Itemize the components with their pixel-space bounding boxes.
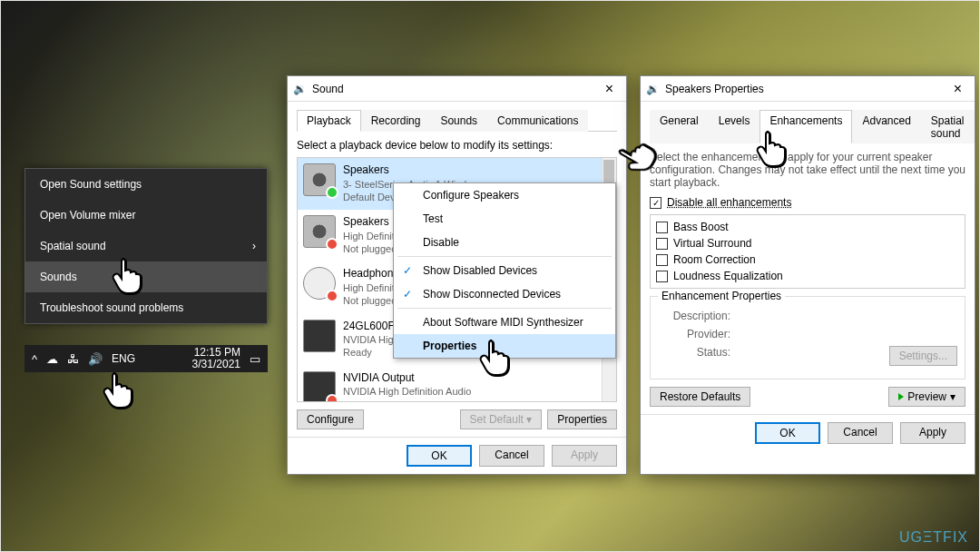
tab-communications[interactable]: Communications xyxy=(487,110,588,132)
menu-label: Troubleshoot sound problems xyxy=(40,301,183,314)
group-legend: Enhancement Properties xyxy=(658,290,785,302)
apply-button[interactable]: Apply xyxy=(552,445,617,467)
tab-playback[interactable]: Playback xyxy=(297,110,361,132)
tab-spatial-sound[interactable]: Spatial sound xyxy=(921,110,975,143)
chevron-right-icon: › xyxy=(252,240,256,252)
status-label: Status: xyxy=(658,346,730,366)
tab-levels[interactable]: Levels xyxy=(709,110,760,143)
menu-label: Sounds xyxy=(40,271,77,283)
device-status: Not plugged in xyxy=(343,399,611,402)
error-badge-icon xyxy=(326,394,338,402)
menu-item-sounds[interactable]: Sounds xyxy=(25,261,267,292)
window-title: Sound xyxy=(312,83,593,95)
titlebar: 🔉 Speakers Properties × xyxy=(641,76,975,102)
clock-date: 3/31/2021 xyxy=(192,359,240,370)
menu-item-spatial-sound[interactable]: Spatial sound› xyxy=(25,231,267,261)
enhancement-properties-group: Enhancement Properties Description: Prov… xyxy=(650,296,965,380)
watermark: UGΞTFIX xyxy=(899,529,968,546)
enh-room-correction[interactable]: Room Correction xyxy=(656,251,959,268)
speaker-icon xyxy=(303,215,336,248)
configure-button[interactable]: Configure xyxy=(297,409,364,429)
ctx-configure-speakers[interactable]: Configure Speakers xyxy=(394,183,615,207)
volume-icon[interactable]: 🔊 xyxy=(88,352,103,366)
speaker-icon: 🔉 xyxy=(646,83,660,95)
network-icon[interactable]: 🖧 xyxy=(67,352,79,366)
checkbox-icon[interactable] xyxy=(656,222,668,233)
apply-button[interactable]: Apply xyxy=(900,422,965,444)
device-name: NVIDIA Output xyxy=(343,371,611,386)
notifications-icon[interactable]: ▭ xyxy=(250,352,260,366)
cancel-button[interactable]: Cancel xyxy=(828,422,893,444)
chevron-down-icon: ▾ xyxy=(950,390,956,403)
description-label: Description: xyxy=(658,310,730,322)
speakers-properties-dialog: 🔉 Speakers Properties × General Levels E… xyxy=(640,75,975,475)
preview-button[interactable]: Preview ▾ xyxy=(888,387,965,407)
window-title: Speakers Properties xyxy=(665,83,941,95)
chevron-down-icon: ▾ xyxy=(526,413,532,426)
ctx-show-disconnected[interactable]: ✓Show Disconnected Devices xyxy=(394,282,615,306)
ctx-about-midi[interactable]: About Software MIDI Synthesizer xyxy=(394,310,615,334)
ctx-test[interactable]: Test xyxy=(394,207,615,231)
ctx-properties[interactable]: Properties xyxy=(394,334,615,358)
properties-button[interactable]: Properties xyxy=(547,409,617,429)
set-default-label: Set Default xyxy=(470,413,524,426)
device-row[interactable]: NVIDIA Output NVIDIA High Definition Aud… xyxy=(298,366,616,402)
ctx-show-disabled[interactable]: ✓Show Disabled Devices xyxy=(394,259,615,282)
headphones-icon xyxy=(303,267,336,300)
ok-button[interactable]: OK xyxy=(755,422,820,444)
menu-item-open-sound-settings[interactable]: Open Sound settings xyxy=(25,169,267,200)
speaker-icon xyxy=(303,163,336,196)
separator xyxy=(397,256,612,257)
enh-label: Bass Boost xyxy=(673,221,729,233)
tab-recording[interactable]: Recording xyxy=(361,110,431,132)
menu-item-open-volume-mixer[interactable]: Open Volume mixer xyxy=(25,200,267,231)
provider-label: Provider: xyxy=(658,328,730,340)
taskbar-clock[interactable]: 12:15 PM 3/31/2021 xyxy=(192,347,240,370)
enh-bass-boost[interactable]: Bass Boost xyxy=(656,219,959,235)
tab-general[interactable]: General xyxy=(650,110,709,143)
disable-all-label: Disable all enhancements xyxy=(667,196,791,209)
check-icon: ✓ xyxy=(403,264,412,277)
device-context-menu: Configure Speakers Test Disable ✓Show Di… xyxy=(393,182,616,359)
checkbox-icon[interactable] xyxy=(656,254,668,266)
taskbar-tray: ^ ☁ 🖧 🔊 ENG 12:15 PM 3/31/2021 ▭ xyxy=(24,345,268,372)
menu-label: Open Volume mixer xyxy=(40,209,135,222)
checkbox-icon[interactable] xyxy=(656,238,668,250)
ctx-disable[interactable]: Disable xyxy=(394,231,615,254)
ok-button[interactable]: OK xyxy=(407,445,472,467)
language-indicator[interactable]: ENG xyxy=(112,352,135,365)
enh-label: Room Correction xyxy=(673,253,756,266)
disable-all-row[interactable]: ✓ Disable all enhancements xyxy=(650,194,965,211)
error-badge-icon xyxy=(326,238,338,251)
playback-instruction: Select a playback device below to modify… xyxy=(297,139,617,152)
restore-defaults-button[interactable]: Restore Defaults xyxy=(650,387,750,407)
preview-label: Preview xyxy=(907,390,946,403)
enh-virtual-surround[interactable]: Virtual Surround xyxy=(656,235,959,251)
ctx-label: Show Disconnected Devices xyxy=(423,288,561,301)
sound-tray-context-menu: Open Sound settings Open Volume mixer Sp… xyxy=(24,168,268,324)
separator xyxy=(397,308,612,309)
close-button[interactable]: × xyxy=(946,81,969,97)
tab-sounds[interactable]: Sounds xyxy=(430,110,487,132)
ctx-label: Properties xyxy=(423,340,476,352)
settings-button[interactable]: Settings... xyxy=(889,346,957,366)
menu-item-troubleshoot[interactable]: Troubleshoot sound problems xyxy=(25,292,267,323)
monitor-icon xyxy=(303,371,336,402)
checkbox-icon[interactable]: ✓ xyxy=(650,197,662,209)
checkbox-icon[interactable] xyxy=(656,271,668,282)
tab-enhancements[interactable]: Enhancements xyxy=(760,110,852,143)
play-icon xyxy=(898,393,904,400)
chevron-up-icon[interactable]: ^ xyxy=(32,352,37,366)
enhancements-intro: Select the enhancements to apply for you… xyxy=(650,151,965,189)
enh-label: Loudness Equalization xyxy=(673,270,783,282)
cancel-button[interactable]: Cancel xyxy=(479,445,544,467)
monitor-icon xyxy=(303,320,336,352)
set-default-button[interactable]: Set Default ▾ xyxy=(460,409,543,429)
properties-tabs: General Levels Enhancements Advanced Spa… xyxy=(650,109,965,143)
close-button[interactable]: × xyxy=(598,81,621,97)
onedrive-icon[interactable]: ☁ xyxy=(46,352,58,366)
enh-loudness-eq[interactable]: Loudness Equalization xyxy=(656,268,959,284)
error-badge-icon xyxy=(326,290,338,302)
sound-tabs: Playback Recording Sounds Communications xyxy=(297,109,617,132)
tab-advanced[interactable]: Advanced xyxy=(852,110,920,143)
